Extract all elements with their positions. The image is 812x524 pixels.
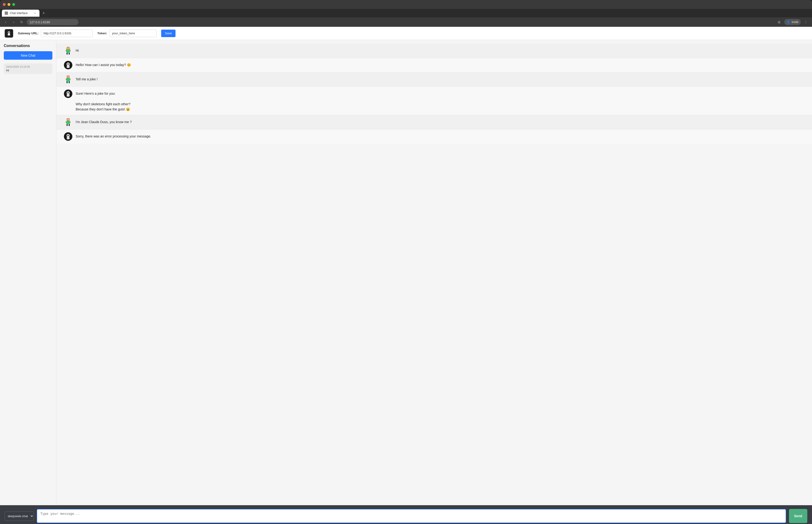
user-avatar-icon bbox=[64, 75, 72, 84]
more-options-icon[interactable]: ⋮ bbox=[802, 19, 809, 26]
user-avatar-icon bbox=[64, 118, 72, 127]
bot-avatar bbox=[64, 61, 72, 69]
svg-rect-1 bbox=[8, 34, 10, 35]
send-button[interactable]: Send bbox=[789, 509, 807, 523]
minimize-button[interactable] bbox=[7, 3, 10, 6]
message-row: Tell me a joke ! bbox=[56, 72, 812, 87]
token-label: Token: bbox=[97, 32, 107, 35]
message-row: Hi bbox=[56, 44, 812, 58]
tab-bar: Chat Interface × + bbox=[0, 9, 812, 17]
token-group: Token: bbox=[97, 30, 156, 37]
message-row: Hello! How can I assist you today? 😊 bbox=[56, 58, 812, 72]
svg-rect-10 bbox=[67, 48, 68, 49]
message-row: Sure! Here's a joke for you: Why don't s… bbox=[56, 87, 812, 115]
chat-area: Hi Hello! How can I assist you today? � bbox=[56, 40, 812, 505]
svg-point-16 bbox=[67, 64, 68, 64]
conversation-date: 24/01/2025 15:19:39 bbox=[6, 65, 50, 68]
conversation-preview: Hi bbox=[6, 69, 50, 72]
user-avatar bbox=[64, 75, 72, 84]
address-bar: ‹ › ↻ ⊞ 👤 Invité ⋮ bbox=[0, 17, 812, 27]
message-content-4: Sure! Here's a joke for you: Why don't s… bbox=[76, 89, 805, 112]
svg-rect-6 bbox=[70, 50, 70, 52]
svg-rect-23 bbox=[66, 79, 66, 80]
svg-rect-42 bbox=[67, 137, 69, 140]
translate-icon[interactable]: ⊞ bbox=[776, 19, 782, 26]
model-select[interactable]: deepseek-chat gpt-4 claude-3 bbox=[5, 511, 34, 521]
svg-point-31 bbox=[69, 92, 69, 93]
message-row: Sorry, there was an error processing you… bbox=[56, 130, 812, 144]
gateway-url-label: Gateway URL: bbox=[18, 32, 38, 35]
message-content-6: Sorry, there was an error processing you… bbox=[76, 132, 805, 139]
gateway-url-input[interactable] bbox=[41, 30, 93, 37]
user-avatar-icon bbox=[64, 47, 72, 55]
bot-avatar bbox=[64, 89, 72, 98]
sidebar-title: Conversations bbox=[4, 44, 52, 48]
browser-tab-chat[interactable]: Chat Interface × bbox=[2, 10, 39, 17]
user-avatar bbox=[64, 118, 72, 127]
forward-button[interactable]: › bbox=[11, 19, 16, 25]
token-input[interactable] bbox=[110, 30, 156, 37]
profile-button[interactable]: 👤 Invité bbox=[784, 19, 801, 25]
bot-avatar bbox=[64, 132, 72, 141]
svg-rect-24 bbox=[70, 79, 70, 80]
burgonet-logo-icon bbox=[6, 31, 12, 36]
gateway-url-group: Gateway URL: bbox=[18, 30, 93, 37]
svg-rect-8 bbox=[69, 53, 70, 54]
back-button[interactable]: ‹ bbox=[3, 19, 9, 25]
message-content-2: Hello! How can I assist you today? 😊 bbox=[76, 61, 805, 67]
bottom-bar: deepseek-chat gpt-4 claude-3 Send bbox=[0, 505, 812, 524]
svg-rect-38 bbox=[70, 121, 70, 123]
app-window: Gateway URL: Token: Save Conversations N… bbox=[0, 27, 812, 524]
svg-point-17 bbox=[69, 64, 69, 64]
svg-point-44 bbox=[67, 135, 68, 135]
tab-favicon bbox=[5, 12, 8, 15]
app-logo bbox=[5, 29, 13, 37]
close-button[interactable] bbox=[3, 3, 6, 6]
svg-rect-9 bbox=[67, 47, 69, 49]
sidebar: Conversations New Chat 24/01/2025 15:19:… bbox=[0, 40, 56, 505]
user-avatar bbox=[64, 47, 72, 55]
titlebar bbox=[0, 0, 812, 9]
svg-rect-7 bbox=[66, 53, 68, 54]
maximize-button[interactable] bbox=[12, 3, 15, 6]
svg-rect-37 bbox=[66, 121, 66, 123]
message-input[interactable] bbox=[37, 509, 786, 523]
new-chat-button[interactable]: New Chat bbox=[4, 51, 52, 60]
message-content-3: Tell me a joke ! bbox=[76, 75, 805, 82]
conversation-item[interactable]: 24/01/2025 15:19:39 Hi bbox=[4, 63, 52, 74]
message-row: I'm Jean Claude Duss, you know me ? bbox=[56, 115, 812, 130]
refresh-button[interactable]: ↻ bbox=[19, 19, 24, 25]
bot-logo-icon bbox=[65, 133, 71, 140]
save-button[interactable]: Save bbox=[161, 30, 176, 37]
svg-rect-22 bbox=[66, 78, 70, 81]
svg-rect-2 bbox=[8, 32, 10, 33]
bot-logo-icon bbox=[65, 91, 71, 97]
browser-actions: ⊞ 👤 Invité ⋮ bbox=[776, 19, 809, 26]
svg-rect-25 bbox=[66, 81, 68, 83]
svg-rect-35 bbox=[68, 120, 69, 120]
profile-icon: 👤 bbox=[786, 20, 790, 24]
svg-rect-11 bbox=[68, 48, 69, 49]
profile-label: Invité bbox=[792, 20, 798, 24]
svg-rect-36 bbox=[66, 121, 70, 124]
svg-rect-34 bbox=[67, 120, 68, 120]
tab-close-button[interactable]: × bbox=[33, 12, 37, 15]
svg-rect-19 bbox=[67, 76, 69, 78]
svg-rect-28 bbox=[67, 94, 69, 97]
svg-rect-40 bbox=[69, 124, 70, 126]
svg-rect-12 bbox=[66, 49, 70, 53]
svg-rect-5 bbox=[66, 50, 66, 52]
app-header: Gateway URL: Token: Save bbox=[0, 27, 812, 40]
main-layout: Conversations New Chat 24/01/2025 15:19:… bbox=[0, 40, 812, 505]
address-input[interactable] bbox=[27, 19, 79, 25]
svg-rect-39 bbox=[66, 124, 68, 126]
new-tab-button[interactable]: + bbox=[40, 10, 47, 16]
svg-rect-14 bbox=[67, 66, 69, 68]
message-content-1: Hi bbox=[76, 47, 805, 53]
svg-rect-33 bbox=[67, 119, 69, 120]
svg-point-30 bbox=[67, 92, 68, 93]
tab-title: Chat Interface bbox=[10, 12, 28, 15]
svg-point-45 bbox=[69, 135, 69, 135]
message-content-5: I'm Jean Claude Duss, you know me ? bbox=[76, 118, 805, 125]
bot-logo-icon bbox=[65, 62, 71, 68]
